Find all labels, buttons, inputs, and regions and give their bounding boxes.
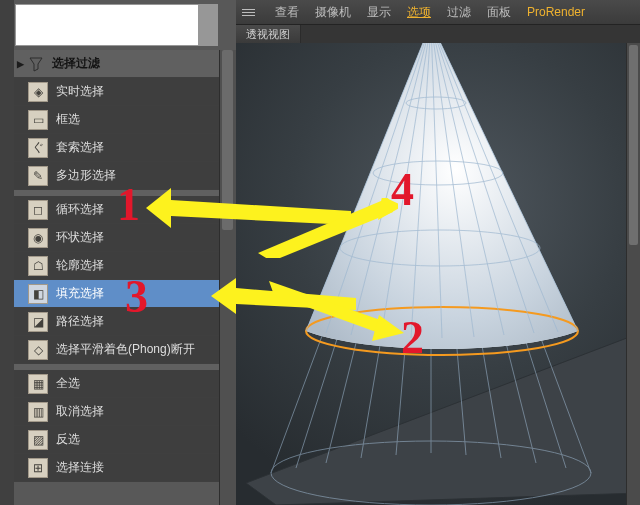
menu-prorender[interactable]: ProRender bbox=[527, 5, 585, 19]
viewport-tab[interactable]: 透视视图 bbox=[236, 25, 301, 44]
menu-panel[interactable]: 面板 bbox=[487, 4, 511, 21]
menu-icon[interactable] bbox=[242, 5, 257, 20]
viewport-scroll-thumb[interactable] bbox=[629, 45, 638, 245]
menu-item-label: 选择平滑着色(Phong)断开 bbox=[56, 341, 195, 358]
menu-item-deselect[interactable]: ▥ 取消选择 bbox=[14, 398, 219, 426]
menu-item-label: 循环选择 bbox=[56, 201, 104, 218]
poly-select-icon: ✎ bbox=[28, 166, 48, 186]
viewport-panel: 查看 摄像机 显示 选项 过滤 面板 ProRender 透视视图 bbox=[236, 0, 640, 505]
cone-mesh bbox=[236, 43, 640, 505]
menu-item-label: 多边形选择 bbox=[56, 167, 116, 184]
menu-item-loop-select[interactable]: ◻ 循环选择 bbox=[14, 196, 219, 224]
menu-item-label: 取消选择 bbox=[56, 403, 104, 420]
left-gutter bbox=[0, 0, 14, 505]
loop-select-icon: ◻ bbox=[28, 200, 48, 220]
menu-item-poly-select[interactable]: ✎ 多边形选择 bbox=[14, 162, 219, 190]
search-input[interactable] bbox=[15, 4, 218, 46]
menu-camera[interactable]: 摄像机 bbox=[315, 4, 351, 21]
menu-item-fill-select[interactable]: ◧ 填充选择 bbox=[14, 280, 219, 308]
rect-select-icon: ▭ bbox=[28, 110, 48, 130]
phong-break-icon: ◇ bbox=[28, 340, 48, 360]
viewport[interactable]: 4 2 bbox=[236, 43, 640, 505]
menu-options[interactable]: 选项 bbox=[407, 4, 431, 21]
menu-item-select-connected[interactable]: ⊞ 选择连接 bbox=[14, 454, 219, 482]
menu-item-select-all[interactable]: ▦ 全选 bbox=[14, 370, 219, 398]
menu-item-rectangle-select[interactable]: ▭ 框选 bbox=[14, 106, 219, 134]
menu-item-live-select[interactable]: ◈ 实时选择 bbox=[14, 78, 219, 106]
menu-display[interactable]: 显示 bbox=[367, 4, 391, 21]
menu-item-label: 环状选择 bbox=[56, 229, 104, 246]
menu-filter[interactable]: 过滤 bbox=[447, 4, 471, 21]
menu-item-label: 套索选择 bbox=[56, 139, 104, 156]
live-select-icon: ◈ bbox=[28, 82, 48, 102]
menu-item-label: 实时选择 bbox=[56, 83, 104, 100]
fill-select-icon: ◧ bbox=[28, 284, 48, 304]
menu-item-label: 填充选择 bbox=[56, 285, 104, 302]
menu-item-phong-break[interactable]: ◇ 选择平滑着色(Phong)断开 bbox=[14, 336, 219, 364]
menu-item-label: 全选 bbox=[56, 375, 80, 392]
menu-item-label: 轮廓选择 bbox=[56, 257, 104, 274]
scrollbar-thumb[interactable] bbox=[222, 50, 233, 230]
menu-view[interactable]: 查看 bbox=[275, 4, 299, 21]
menu-header-label: 选择过滤 bbox=[52, 55, 100, 72]
select-connected-icon: ⊞ bbox=[28, 458, 48, 478]
menu-item-label: 路径选择 bbox=[56, 313, 104, 330]
menu-header-filter[interactable]: ▶ 选择过滤 bbox=[14, 50, 219, 78]
ring-select-icon: ◉ bbox=[28, 228, 48, 248]
menu-item-ring-select[interactable]: ◉ 环状选择 bbox=[14, 224, 219, 252]
left-panel: ▶ 选择过滤 ◈ 实时选择 ▭ 框选 ぐ 套索选择 ✎ 多边形选择 bbox=[0, 0, 236, 505]
viewport-menubar: 查看 摄像机 显示 选项 过滤 面板 ProRender bbox=[236, 0, 640, 25]
select-all-icon: ▦ bbox=[28, 374, 48, 394]
menu-item-path-select[interactable]: ◪ 路径选择 bbox=[14, 308, 219, 336]
menu-item-label: 选择连接 bbox=[56, 459, 104, 476]
deselect-icon: ▥ bbox=[28, 402, 48, 422]
menu-item-lasso-select[interactable]: ぐ 套索选择 bbox=[14, 134, 219, 162]
invert-icon: ▨ bbox=[28, 430, 48, 450]
header-icon bbox=[26, 54, 46, 74]
menu-item-label: 框选 bbox=[56, 111, 80, 128]
svg-marker-0 bbox=[246, 333, 640, 505]
menu-item-label: 反选 bbox=[56, 431, 80, 448]
disclosure-icon: ▶ bbox=[14, 59, 26, 69]
lasso-select-icon: ぐ bbox=[28, 138, 48, 158]
viewport-scrollbar[interactable] bbox=[626, 43, 640, 505]
left-scrollbar[interactable] bbox=[219, 50, 236, 505]
path-select-icon: ◪ bbox=[28, 312, 48, 332]
outline-select-icon: ☖ bbox=[28, 256, 48, 276]
menu-item-outline-select[interactable]: ☖ 轮廓选择 bbox=[14, 252, 219, 280]
selection-menu: ▶ 选择过滤 ◈ 实时选择 ▭ 框选 ぐ 套索选择 ✎ 多边形选择 bbox=[14, 50, 219, 482]
menu-item-invert[interactable]: ▨ 反选 bbox=[14, 426, 219, 454]
